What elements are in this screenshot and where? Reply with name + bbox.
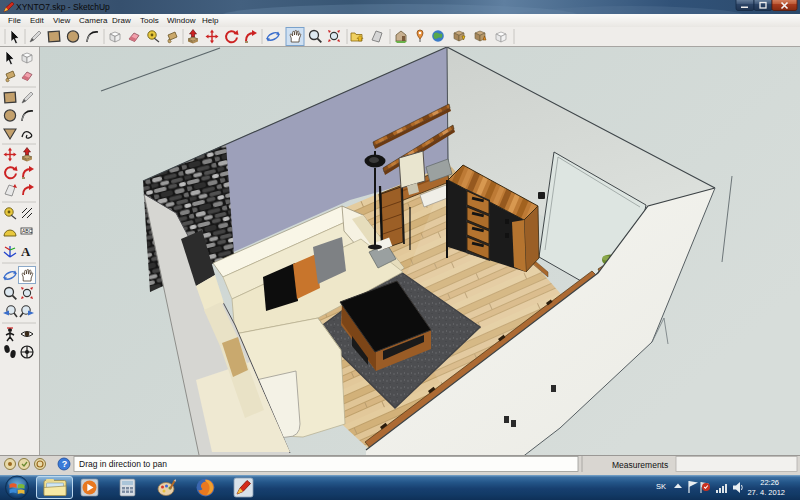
- svg-text:SK: SK: [656, 482, 666, 491]
- svg-text:ABC: ABC: [22, 228, 33, 234]
- svg-text:?: ?: [62, 459, 67, 469]
- svg-text:Measurements: Measurements: [612, 460, 668, 470]
- svg-text:Drag in direction to pan: Drag in direction to pan: [79, 459, 167, 469]
- svg-text:22:26: 22:26: [760, 478, 779, 487]
- svg-text:A: A: [21, 244, 31, 259]
- svg-text:27. 4. 2012: 27. 4. 2012: [747, 488, 785, 497]
